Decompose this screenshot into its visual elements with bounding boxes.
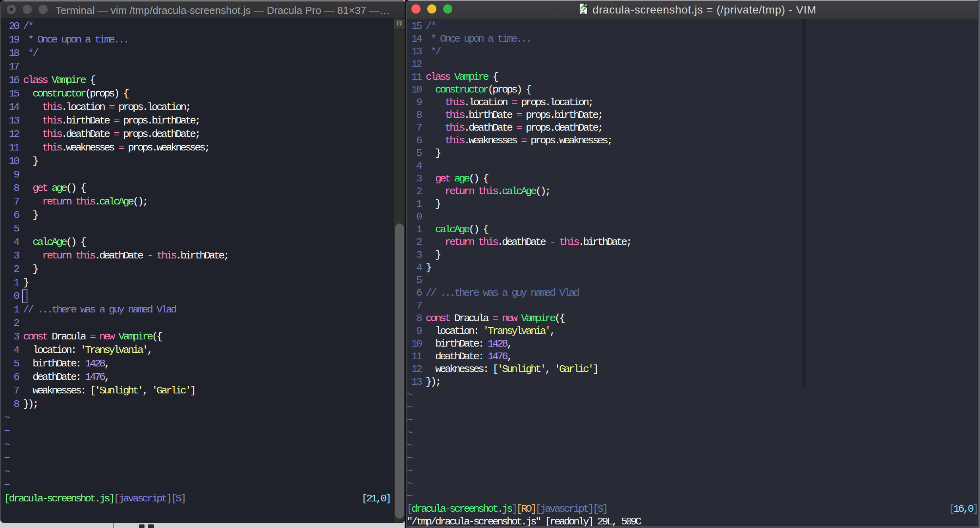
svg-text:JS: JS [581,11,585,15]
